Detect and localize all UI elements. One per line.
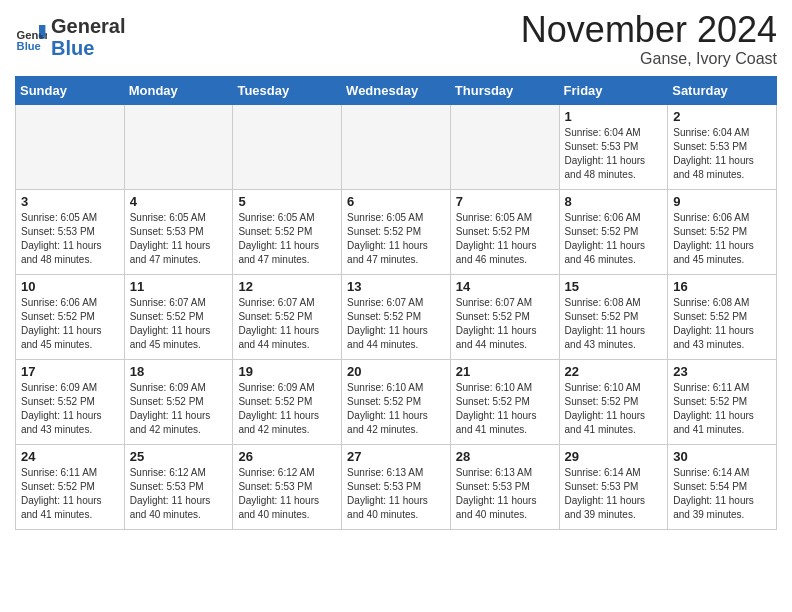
- day-number: 22: [565, 364, 663, 379]
- calendar-cell: 30Sunrise: 6:14 AM Sunset: 5:54 PM Dayli…: [668, 444, 777, 529]
- day-info: Sunrise: 6:10 AM Sunset: 5:52 PM Dayligh…: [456, 381, 554, 437]
- day-number: 9: [673, 194, 771, 209]
- day-number: 27: [347, 449, 445, 464]
- day-number: 11: [130, 279, 228, 294]
- day-info: Sunrise: 6:08 AM Sunset: 5:52 PM Dayligh…: [565, 296, 663, 352]
- day-info: Sunrise: 6:06 AM Sunset: 5:52 PM Dayligh…: [565, 211, 663, 267]
- day-info: Sunrise: 6:10 AM Sunset: 5:52 PM Dayligh…: [565, 381, 663, 437]
- day-info: Sunrise: 6:09 AM Sunset: 5:52 PM Dayligh…: [21, 381, 119, 437]
- logo-general: General: [51, 15, 125, 37]
- calendar-cell: 24Sunrise: 6:11 AM Sunset: 5:52 PM Dayli…: [16, 444, 125, 529]
- calendar-week-4: 24Sunrise: 6:11 AM Sunset: 5:52 PM Dayli…: [16, 444, 777, 529]
- calendar-cell: 10Sunrise: 6:06 AM Sunset: 5:52 PM Dayli…: [16, 274, 125, 359]
- day-info: Sunrise: 6:05 AM Sunset: 5:53 PM Dayligh…: [130, 211, 228, 267]
- day-number: 28: [456, 449, 554, 464]
- day-info: Sunrise: 6:14 AM Sunset: 5:53 PM Dayligh…: [565, 466, 663, 522]
- day-number: 10: [21, 279, 119, 294]
- day-info: Sunrise: 6:04 AM Sunset: 5:53 PM Dayligh…: [565, 126, 663, 182]
- calendar-cell: [342, 104, 451, 189]
- day-info: Sunrise: 6:05 AM Sunset: 5:52 PM Dayligh…: [456, 211, 554, 267]
- day-info: Sunrise: 6:14 AM Sunset: 5:54 PM Dayligh…: [673, 466, 771, 522]
- day-info: Sunrise: 6:11 AM Sunset: 5:52 PM Dayligh…: [673, 381, 771, 437]
- day-number: 5: [238, 194, 336, 209]
- calendar-week-2: 10Sunrise: 6:06 AM Sunset: 5:52 PM Dayli…: [16, 274, 777, 359]
- calendar-cell: 4Sunrise: 6:05 AM Sunset: 5:53 PM Daylig…: [124, 189, 233, 274]
- calendar-cell: 21Sunrise: 6:10 AM Sunset: 5:52 PM Dayli…: [450, 359, 559, 444]
- calendar-header-thursday: Thursday: [450, 76, 559, 104]
- calendar-cell: 3Sunrise: 6:05 AM Sunset: 5:53 PM Daylig…: [16, 189, 125, 274]
- calendar-cell: 27Sunrise: 6:13 AM Sunset: 5:53 PM Dayli…: [342, 444, 451, 529]
- calendar-week-3: 17Sunrise: 6:09 AM Sunset: 5:52 PM Dayli…: [16, 359, 777, 444]
- day-info: Sunrise: 6:13 AM Sunset: 5:53 PM Dayligh…: [456, 466, 554, 522]
- logo-icon: General Blue: [15, 21, 47, 53]
- day-info: Sunrise: 6:04 AM Sunset: 5:53 PM Dayligh…: [673, 126, 771, 182]
- day-number: 14: [456, 279, 554, 294]
- day-number: 13: [347, 279, 445, 294]
- calendar-cell: [16, 104, 125, 189]
- calendar-cell: 16Sunrise: 6:08 AM Sunset: 5:52 PM Dayli…: [668, 274, 777, 359]
- day-info: Sunrise: 6:12 AM Sunset: 5:53 PM Dayligh…: [238, 466, 336, 522]
- day-info: Sunrise: 6:05 AM Sunset: 5:52 PM Dayligh…: [238, 211, 336, 267]
- calendar-cell: 25Sunrise: 6:12 AM Sunset: 5:53 PM Dayli…: [124, 444, 233, 529]
- day-info: Sunrise: 6:06 AM Sunset: 5:52 PM Dayligh…: [21, 296, 119, 352]
- calendar-cell: 17Sunrise: 6:09 AM Sunset: 5:52 PM Dayli…: [16, 359, 125, 444]
- calendar-cell: 1Sunrise: 6:04 AM Sunset: 5:53 PM Daylig…: [559, 104, 668, 189]
- calendar-cell: 15Sunrise: 6:08 AM Sunset: 5:52 PM Dayli…: [559, 274, 668, 359]
- calendar-cell: 11Sunrise: 6:07 AM Sunset: 5:52 PM Dayli…: [124, 274, 233, 359]
- calendar-cell: 6Sunrise: 6:05 AM Sunset: 5:52 PM Daylig…: [342, 189, 451, 274]
- day-number: 4: [130, 194, 228, 209]
- calendar-cell: [450, 104, 559, 189]
- day-number: 23: [673, 364, 771, 379]
- day-info: Sunrise: 6:07 AM Sunset: 5:52 PM Dayligh…: [238, 296, 336, 352]
- day-number: 7: [456, 194, 554, 209]
- day-number: 20: [347, 364, 445, 379]
- calendar-header-friday: Friday: [559, 76, 668, 104]
- calendar-header-wednesday: Wednesday: [342, 76, 451, 104]
- day-number: 19: [238, 364, 336, 379]
- day-info: Sunrise: 6:08 AM Sunset: 5:52 PM Dayligh…: [673, 296, 771, 352]
- calendar-cell: 9Sunrise: 6:06 AM Sunset: 5:52 PM Daylig…: [668, 189, 777, 274]
- calendar-cell: 22Sunrise: 6:10 AM Sunset: 5:52 PM Dayli…: [559, 359, 668, 444]
- day-number: 1: [565, 109, 663, 124]
- day-info: Sunrise: 6:11 AM Sunset: 5:52 PM Dayligh…: [21, 466, 119, 522]
- day-info: Sunrise: 6:09 AM Sunset: 5:52 PM Dayligh…: [238, 381, 336, 437]
- calendar: SundayMondayTuesdayWednesdayThursdayFrid…: [15, 76, 777, 530]
- logo: General Blue General Blue: [15, 15, 125, 59]
- calendar-cell: 12Sunrise: 6:07 AM Sunset: 5:52 PM Dayli…: [233, 274, 342, 359]
- logo-blue: Blue: [51, 37, 94, 59]
- logo-text: General Blue: [51, 15, 125, 59]
- day-info: Sunrise: 6:12 AM Sunset: 5:53 PM Dayligh…: [130, 466, 228, 522]
- page: General Blue General Blue November 2024 …: [0, 0, 792, 545]
- calendar-cell: 14Sunrise: 6:07 AM Sunset: 5:52 PM Dayli…: [450, 274, 559, 359]
- day-number: 16: [673, 279, 771, 294]
- calendar-cell: 8Sunrise: 6:06 AM Sunset: 5:52 PM Daylig…: [559, 189, 668, 274]
- calendar-cell: 26Sunrise: 6:12 AM Sunset: 5:53 PM Dayli…: [233, 444, 342, 529]
- day-info: Sunrise: 6:06 AM Sunset: 5:52 PM Dayligh…: [673, 211, 771, 267]
- calendar-cell: 2Sunrise: 6:04 AM Sunset: 5:53 PM Daylig…: [668, 104, 777, 189]
- calendar-week-0: 1Sunrise: 6:04 AM Sunset: 5:53 PM Daylig…: [16, 104, 777, 189]
- location-title: Ganse, Ivory Coast: [521, 50, 777, 68]
- calendar-cell: 18Sunrise: 6:09 AM Sunset: 5:52 PM Dayli…: [124, 359, 233, 444]
- calendar-cell: 28Sunrise: 6:13 AM Sunset: 5:53 PM Dayli…: [450, 444, 559, 529]
- day-number: 26: [238, 449, 336, 464]
- day-number: 17: [21, 364, 119, 379]
- day-info: Sunrise: 6:05 AM Sunset: 5:53 PM Dayligh…: [21, 211, 119, 267]
- calendar-header-row: SundayMondayTuesdayWednesdayThursdayFrid…: [16, 76, 777, 104]
- title-area: November 2024 Ganse, Ivory Coast: [521, 10, 777, 68]
- calendar-cell: 19Sunrise: 6:09 AM Sunset: 5:52 PM Dayli…: [233, 359, 342, 444]
- calendar-cell: 5Sunrise: 6:05 AM Sunset: 5:52 PM Daylig…: [233, 189, 342, 274]
- day-number: 21: [456, 364, 554, 379]
- day-number: 29: [565, 449, 663, 464]
- day-number: 8: [565, 194, 663, 209]
- day-info: Sunrise: 6:07 AM Sunset: 5:52 PM Dayligh…: [456, 296, 554, 352]
- day-number: 25: [130, 449, 228, 464]
- calendar-cell: 13Sunrise: 6:07 AM Sunset: 5:52 PM Dayli…: [342, 274, 451, 359]
- calendar-header-sunday: Sunday: [16, 76, 125, 104]
- day-number: 18: [130, 364, 228, 379]
- day-info: Sunrise: 6:09 AM Sunset: 5:52 PM Dayligh…: [130, 381, 228, 437]
- calendar-cell: [233, 104, 342, 189]
- calendar-header-monday: Monday: [124, 76, 233, 104]
- day-number: 6: [347, 194, 445, 209]
- calendar-header-saturday: Saturday: [668, 76, 777, 104]
- month-title: November 2024: [521, 10, 777, 50]
